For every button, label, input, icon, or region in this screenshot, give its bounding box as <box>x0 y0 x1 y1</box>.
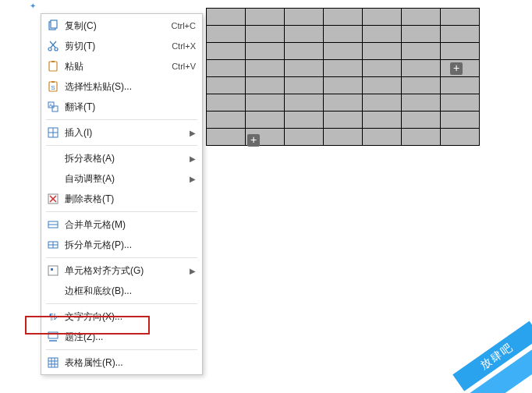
menu-item-paste-special[interactable]: S选择性粘贴(S)... <box>41 76 202 97</box>
text-direction-icon: ¶ <box>46 310 60 324</box>
table-cell[interactable] <box>207 43 246 60</box>
menu-item-label: 剪切(T) <box>65 40 172 53</box>
table-cell[interactable] <box>285 9 324 26</box>
table-cell[interactable] <box>363 9 402 26</box>
menu-item-split-cells[interactable]: 拆分单元格(P)... <box>41 235 202 255</box>
blank-icon <box>46 172 60 186</box>
svg-rect-7 <box>51 61 55 62</box>
menu-item-translate[interactable]: A翻译(T) <box>41 97 202 117</box>
svg-text:¶: ¶ <box>49 313 53 321</box>
table-cell[interactable] <box>246 60 285 77</box>
menu-item-insert[interactable]: 插入(I)▶ <box>41 122 202 143</box>
table-cell[interactable] <box>402 129 441 146</box>
menu-item-caption[interactable]: 题注(Z)... <box>41 327 202 347</box>
menu-item-text-direction[interactable]: ¶文字方向(X)... <box>41 306 202 327</box>
table-cell[interactable] <box>363 60 402 77</box>
table-cell[interactable] <box>285 129 324 146</box>
menu-item-cut[interactable]: 剪切(T)Ctrl+X <box>41 36 202 56</box>
svg-rect-9 <box>51 81 55 83</box>
table-cell[interactable] <box>402 94 441 112</box>
table-cell[interactable] <box>246 94 285 112</box>
menu-item-paste[interactable]: 粘贴Ctrl+V <box>41 56 202 76</box>
table-cell[interactable] <box>363 94 402 112</box>
menu-item-label: 文字方向(X)... <box>65 310 196 324</box>
document-table[interactable] <box>206 8 480 146</box>
svg-rect-12 <box>52 106 58 112</box>
table-cell[interactable] <box>246 112 285 129</box>
table-cell[interactable] <box>441 77 480 94</box>
table-handle-icon[interactable]: ✦ <box>30 2 36 10</box>
menu-item-split-table[interactable]: 拆分表格(A)▶ <box>41 148 202 168</box>
svg-point-3 <box>55 48 58 51</box>
table-cell[interactable] <box>363 129 402 146</box>
table-cell[interactable] <box>324 9 363 26</box>
table-cell[interactable] <box>324 112 363 129</box>
table-cell[interactable] <box>285 43 324 60</box>
table-cell[interactable] <box>285 77 324 94</box>
table-cell[interactable] <box>324 60 363 77</box>
table-cell[interactable] <box>324 94 363 112</box>
menu-item-cell-align[interactable]: 单元格对齐方式(G)▶ <box>41 260 202 281</box>
table-cell[interactable] <box>207 9 246 26</box>
menu-item-shortcut: Ctrl+C <box>172 21 196 30</box>
table-cell[interactable] <box>363 112 402 129</box>
menu-item-borders-shading[interactable]: 边框和底纹(B)... <box>41 281 202 301</box>
svg-rect-26 <box>51 268 53 271</box>
table-cell[interactable] <box>246 9 285 26</box>
table-cell[interactable] <box>324 77 363 94</box>
svg-rect-28 <box>48 332 58 338</box>
delete-table-icon <box>46 192 60 206</box>
table-cell[interactable] <box>441 43 480 60</box>
table-cell[interactable] <box>441 112 480 129</box>
submenu-arrow-icon: ▶ <box>190 129 196 137</box>
menu-separator <box>46 303 197 304</box>
menu-item-label: 单元格对齐方式(G) <box>65 264 186 278</box>
menu-item-delete-table[interactable]: 删除表格(T) <box>41 189 202 209</box>
table-cell[interactable] <box>402 112 441 129</box>
table-cell[interactable] <box>441 26 480 43</box>
table-cell[interactable] <box>441 94 480 112</box>
blank-icon <box>46 151 60 165</box>
table-cell[interactable] <box>324 129 363 146</box>
menu-item-label: 拆分表格(A) <box>65 152 186 165</box>
menu-item-table-properties[interactable]: 表格属性(R)... <box>41 352 202 373</box>
table-cell[interactable] <box>246 77 285 94</box>
menu-item-merge-cells[interactable]: 合并单元格(M) <box>41 214 202 235</box>
table-cell[interactable] <box>363 43 402 60</box>
table-cell[interactable] <box>441 129 480 146</box>
table-cell[interactable] <box>285 26 324 43</box>
table-cell[interactable] <box>402 60 441 77</box>
context-menu: 复制(C)Ctrl+C剪切(T)Ctrl+X粘贴Ctrl+VS选择性粘贴(S).… <box>41 13 203 375</box>
table-cell[interactable] <box>324 26 363 43</box>
submenu-arrow-icon: ▶ <box>190 154 196 163</box>
menu-item-copy[interactable]: 复制(C)Ctrl+C <box>41 16 202 36</box>
add-column-handle[interactable]: + <box>450 62 463 75</box>
table-cell[interactable] <box>207 26 246 43</box>
table-cell[interactable] <box>402 43 441 60</box>
menu-item-label: 自动调整(A) <box>65 172 186 186</box>
table-cell[interactable] <box>207 60 246 77</box>
table-cell[interactable] <box>246 43 285 60</box>
table-cell[interactable] <box>207 94 246 112</box>
table-cell[interactable] <box>363 26 402 43</box>
translate-icon: A <box>46 100 60 114</box>
add-row-handle[interactable]: + <box>247 134 260 147</box>
table-cell[interactable] <box>246 26 285 43</box>
table-cell[interactable] <box>285 60 324 77</box>
table-cell[interactable] <box>402 9 441 26</box>
table-cell[interactable] <box>402 26 441 43</box>
table-cell[interactable] <box>363 77 402 94</box>
menu-separator <box>46 119 197 120</box>
table-cell[interactable] <box>207 129 246 146</box>
svg-rect-30 <box>48 358 58 367</box>
table-cell[interactable] <box>441 9 480 26</box>
table-cell[interactable] <box>285 112 324 129</box>
table-cell[interactable] <box>402 77 441 94</box>
cut-icon <box>46 39 60 53</box>
table-cell[interactable] <box>285 94 324 112</box>
menu-item-autofit[interactable]: 自动调整(A)▶ <box>41 168 202 189</box>
menu-separator <box>46 211 197 212</box>
table-cell[interactable] <box>324 43 363 60</box>
table-cell[interactable] <box>207 112 246 129</box>
table-cell[interactable] <box>207 77 246 94</box>
